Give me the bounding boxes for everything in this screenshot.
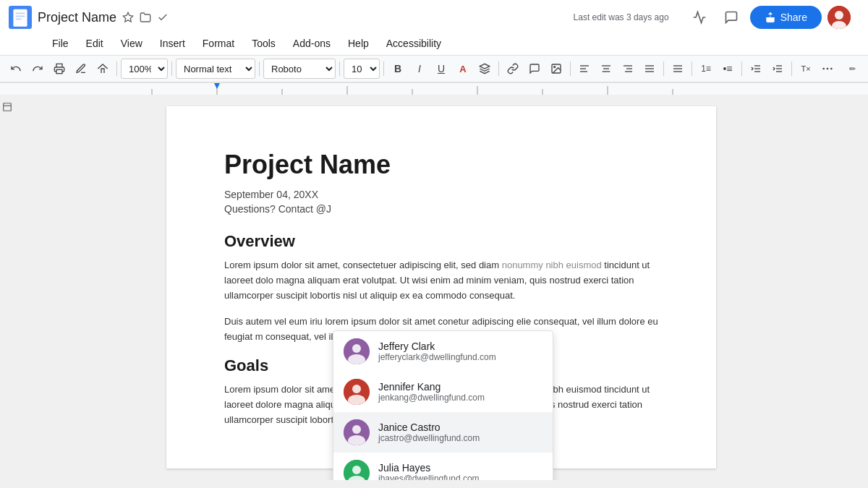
align-center-button[interactable] [596, 59, 616, 79]
svg-point-8 [835, 11, 843, 20]
link-button[interactable] [503, 59, 523, 79]
spellcheck-button[interactable] [71, 59, 91, 79]
doc-title-area: Project Name [38, 10, 568, 25]
menu-format[interactable]: Format [194, 33, 243, 53]
document-heading: Project Name [224, 150, 658, 180]
svg-rect-37 [0, 83, 868, 95]
justify-button[interactable] [639, 59, 660, 79]
italic-button[interactable]: I [409, 59, 430, 79]
svg-point-36 [830, 68, 833, 70]
title-row: Project Name [0, 0, 868, 32]
separator-5 [383, 61, 384, 76]
main-area: Project Name September 04, 20XX Question… [0, 95, 868, 480]
sidebar-left [0, 95, 14, 480]
svg-rect-3 [16, 16, 25, 17]
contact-info: Jeffery Clarkjefferyclark@dwellingfund.c… [378, 341, 496, 362]
line-spacing-button[interactable] [668, 59, 688, 79]
image-button[interactable] [546, 59, 566, 79]
menu-bar: File Edit View Insert Format Tools Add-o… [0, 32, 868, 55]
ruler [0, 83, 868, 95]
font-select[interactable]: Roboto [263, 59, 336, 79]
doc-title[interactable]: Project Name [38, 10, 116, 25]
font-size-select[interactable]: 10 [344, 59, 380, 79]
highlight-button[interactable] [475, 59, 495, 79]
svg-rect-4 [16, 19, 22, 20]
increase-indent-button[interactable] [767, 59, 788, 79]
separator-7 [570, 61, 571, 76]
contact-name: Julia Hayes [378, 462, 480, 474]
last-edit-text: Last edit was 3 days ago [574, 12, 681, 22]
folder-icon[interactable] [138, 10, 153, 25]
menu-view[interactable]: View [112, 33, 151, 53]
share-button[interactable]: Share [750, 6, 822, 29]
menu-addons[interactable]: Add-ons [284, 33, 339, 53]
svg-point-60 [352, 466, 361, 474]
more-options-button[interactable] [817, 59, 838, 79]
contact-avatar [344, 379, 370, 405]
cloud-save-icon[interactable] [156, 10, 170, 25]
menu-help[interactable]: Help [339, 33, 378, 53]
contact-email: jefferyclark@dwellingfund.com [378, 352, 496, 362]
text-color-button[interactable]: A [453, 59, 473, 79]
activity-icon[interactable] [686, 4, 712, 30]
overview-para-1: Lorem ipsum dolor sit amet, consectetuer… [224, 258, 658, 303]
chat-icon[interactable] [718, 4, 744, 30]
header-right: Share [686, 4, 859, 30]
redo-button[interactable] [27, 59, 48, 79]
app-logo [9, 6, 32, 29]
menu-edit[interactable]: Edit [77, 33, 112, 53]
contact-avatar [344, 419, 370, 445]
title-icons [121, 10, 170, 25]
align-left-button[interactable] [574, 59, 595, 79]
contact-name: Jennifer Kang [378, 381, 485, 393]
comment-button[interactable] [524, 59, 545, 79]
menu-tools[interactable]: Tools [243, 33, 284, 53]
ordered-list-button[interactable]: 1≡ [696, 59, 716, 79]
align-right-button[interactable] [618, 59, 638, 79]
document-page: Project Name September 04, 20XX Question… [166, 106, 716, 468]
undo-button[interactable] [6, 59, 26, 79]
svg-point-34 [822, 68, 825, 70]
document-area[interactable]: Project Name September 04, 20XX Question… [14, 95, 868, 480]
svg-rect-48 [4, 103, 12, 111]
print-button[interactable] [49, 59, 69, 79]
svg-rect-10 [56, 69, 62, 73]
style-select[interactable]: Normal text [176, 59, 255, 79]
unordered-list-button[interactable]: •≡ [718, 59, 738, 79]
autocomplete-item[interactable]: Jeffery Clarkjefferyclark@dwellingfund.c… [333, 331, 553, 372]
top-bar: Project Name [0, 0, 868, 83]
clear-formatting-button[interactable]: T× [796, 59, 816, 79]
menu-file[interactable]: File [43, 33, 77, 53]
sidebar-page-icon[interactable] [2, 102, 12, 112]
contact-avatar [344, 460, 370, 480]
paint-format-button[interactable] [93, 59, 113, 79]
star-icon[interactable] [121, 10, 135, 25]
user-avatar[interactable] [827, 6, 851, 29]
contact-email: jhayes@dwellingfund.com [378, 474, 480, 480]
decrease-indent-button[interactable] [746, 59, 766, 79]
separator-1 [116, 61, 117, 76]
zoom-select[interactable]: 100% [121, 59, 168, 79]
separator-11 [791, 61, 792, 76]
underline-button[interactable]: U [431, 59, 451, 79]
contact-info: Janice Castrojcastro@dwellingfund.com [378, 421, 480, 443]
autocomplete-item[interactable]: Jennifer Kangjenkang@dwellingfund.com [333, 372, 553, 412]
separator-8 [663, 61, 664, 76]
document-date: September 04, 20XX [224, 189, 658, 200]
separator-10 [741, 61, 742, 76]
bold-button[interactable]: B [388, 59, 408, 79]
contact-name: Janice Castro [378, 421, 480, 433]
svg-rect-1 [13, 9, 27, 27]
menu-accessibility[interactable]: Accessibility [378, 33, 450, 53]
autocomplete-item[interactable]: Julia Hayesjhayes@dwellingfund.com [333, 453, 553, 480]
separator-3 [259, 61, 260, 76]
autocomplete-item[interactable]: Janice Castrojcastro@dwellingfund.com [333, 412, 553, 453]
svg-point-51 [352, 344, 361, 353]
contact-name: Jeffery Clark [378, 341, 496, 352]
separator-9 [692, 61, 692, 76]
contact-avatar [344, 338, 370, 364]
svg-point-57 [352, 425, 361, 434]
editing-mode-button[interactable]: ✏ [842, 59, 862, 79]
menu-insert[interactable]: Insert [151, 33, 194, 53]
overview-title: Overview [224, 232, 658, 251]
